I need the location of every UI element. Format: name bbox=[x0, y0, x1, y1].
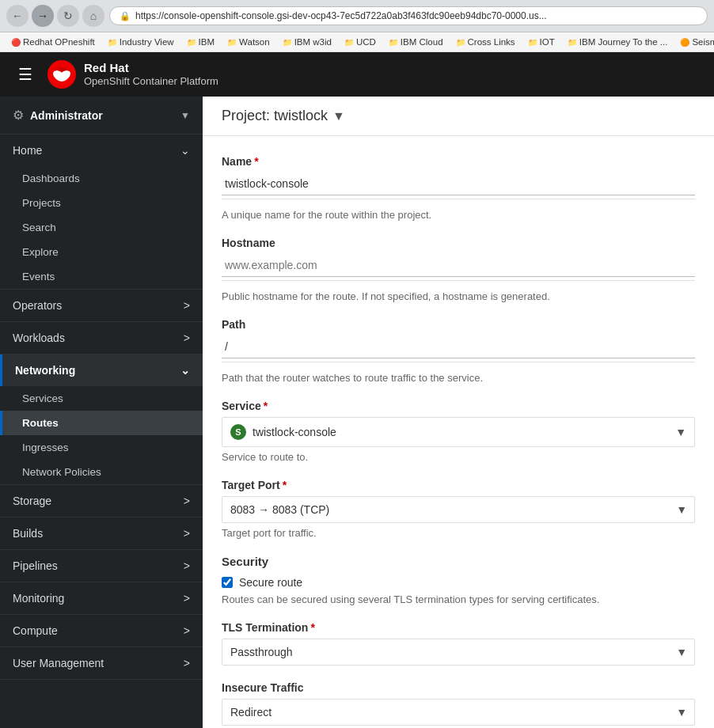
form-group-insecure: Insecure Traffic Redirect Allow None ▼ P… bbox=[222, 681, 695, 728]
tls-required-star: * bbox=[310, 621, 314, 634]
nav-section-networking: Networking ⌄ Services Routes Ingresses N… bbox=[0, 355, 203, 485]
bookmark-watson[interactable]: 📁 Watson bbox=[222, 36, 275, 48]
bookmark-label-redhat: Redhat OPneshift bbox=[23, 37, 95, 47]
sidebar-item-events[interactable]: Events bbox=[0, 264, 203, 289]
content-area: Project: twistlock ▼ Name * A unique nam… bbox=[203, 97, 714, 728]
bookmark-ucd[interactable]: 📁 UCD bbox=[340, 36, 381, 48]
bookmark-icon-iot: 📁 bbox=[528, 38, 537, 47]
brand-text: Red Hat OpenShift Container Platform bbox=[84, 61, 218, 88]
sidebar-item-dashboards[interactable]: Dashboards bbox=[0, 166, 203, 191]
nav-section-usermgmt: User Management > bbox=[0, 647, 203, 680]
insecure-select[interactable]: Redirect Allow None bbox=[222, 699, 695, 726]
sidebar-item-projects[interactable]: Projects bbox=[0, 191, 203, 215]
service-select[interactable]: S twistlock-console ▼ bbox=[222, 417, 695, 447]
target-port-required-star: * bbox=[283, 479, 287, 491]
nav-usermgmt-chevron-icon: > bbox=[184, 657, 190, 669]
nav-group-compute[interactable]: Compute > bbox=[0, 615, 203, 646]
brand-logo: Red Hat OpenShift Container Platform bbox=[47, 60, 218, 89]
nav-section-pipelines: Pipelines > bbox=[0, 550, 203, 582]
bookmark-icon-w3id: 📁 bbox=[283, 38, 292, 47]
bookmark-label-crosslinks: Cross Links bbox=[468, 37, 515, 47]
nav-operators-label: Operators bbox=[13, 299, 62, 312]
nav-group-usermgmt[interactable]: User Management > bbox=[0, 647, 203, 679]
sidebar-item-ingresses[interactable]: Ingresses bbox=[0, 435, 203, 460]
bookmark-label-industry: Industry View bbox=[120, 37, 174, 47]
brand-redhat-label: Red Hat bbox=[84, 61, 218, 75]
sidebar-item-services[interactable]: Services bbox=[0, 386, 203, 411]
sidebar-item-network-policies[interactable]: Network Policies bbox=[0, 460, 203, 484]
hamburger-button[interactable]: ☰ bbox=[13, 62, 38, 87]
security-label: Security bbox=[222, 555, 695, 568]
nav-section-compute: Compute > bbox=[0, 615, 203, 647]
bookmark-icon-seismic: 🟠 bbox=[680, 38, 689, 47]
bookmark-seismic[interactable]: 🟠 Seismic bbox=[675, 36, 714, 48]
sidebar-item-explore[interactable]: Explore bbox=[0, 240, 203, 264]
forward-button[interactable]: → bbox=[32, 5, 54, 27]
nav-group-networking[interactable]: Networking ⌄ bbox=[0, 355, 203, 386]
secure-route-wrapper: Secure route bbox=[222, 576, 695, 589]
browser-chrome: ← → ↻ ⌂ 🔒 https://console-openshift-cons… bbox=[0, 0, 714, 32]
bookmark-icon-ibmcloud: 📁 bbox=[389, 38, 398, 47]
name-required-star: * bbox=[254, 155, 258, 168]
nav-networking-label: Networking bbox=[15, 364, 75, 377]
admin-selector-left: ⚙ Administrator bbox=[13, 108, 103, 123]
app: ☰ Red Hat OpenShift Container Platform ⚙… bbox=[0, 52, 714, 728]
hostname-label: Hostname bbox=[222, 237, 695, 249]
back-button[interactable]: ← bbox=[6, 5, 28, 27]
nav-group-workloads[interactable]: Workloads > bbox=[0, 322, 203, 354]
security-section: Security Secure route Routes can be secu… bbox=[222, 555, 695, 605]
nav-workloads-label: Workloads bbox=[13, 332, 65, 344]
nav-group-storage[interactable]: Storage > bbox=[0, 485, 203, 517]
bookmark-iot[interactable]: 📁 IOT bbox=[523, 36, 560, 48]
service-help: Service to route to. bbox=[222, 451, 695, 463]
nav-group-operators[interactable]: Operators > bbox=[0, 290, 203, 321]
reload-button[interactable]: ↻ bbox=[57, 5, 79, 27]
nav-group-monitoring[interactable]: Monitoring > bbox=[0, 582, 203, 614]
target-port-select[interactable]: 8083 → 8083 (TCP) bbox=[222, 496, 695, 523]
bookmark-label-seismic: Seismic bbox=[692, 37, 714, 47]
service-select-arrow-icon: ▼ bbox=[675, 426, 686, 438]
bookmark-icon-ibmjourney: 📁 bbox=[568, 38, 577, 47]
nav-section-monitoring: Monitoring > bbox=[0, 582, 203, 615]
name-help: A unique name for the route within the p… bbox=[222, 209, 695, 221]
service-required-star: * bbox=[264, 400, 268, 412]
secure-route-checkbox[interactable] bbox=[222, 577, 233, 588]
tls-select[interactable]: Passthrough Edge Re-encrypt bbox=[222, 639, 695, 665]
nav-networking-chevron-icon: ⌄ bbox=[180, 364, 190, 377]
bookmarks-bar: 🔴 Redhat OPneshift 📁 Industry View 📁 IBM… bbox=[0, 32, 714, 52]
bookmark-ibmcloud[interactable]: 📁 IBM Cloud bbox=[384, 36, 448, 48]
bookmark-icon-ucd: 📁 bbox=[344, 38, 354, 47]
tls-label: TLS Termination * bbox=[222, 621, 695, 634]
bookmark-w3id[interactable]: 📁 IBM w3id bbox=[278, 36, 336, 48]
hostname-input[interactable] bbox=[222, 254, 695, 277]
service-select-text: twistlock-console bbox=[253, 426, 669, 438]
home-button[interactable]: ⌂ bbox=[82, 5, 104, 27]
admin-selector[interactable]: ⚙ Administrator ▼ bbox=[0, 97, 203, 135]
bookmark-crosslinks[interactable]: 📁 Cross Links bbox=[451, 36, 520, 48]
path-input[interactable] bbox=[222, 336, 695, 358]
name-input[interactable] bbox=[222, 173, 695, 195]
nav-storage-label: Storage bbox=[13, 495, 51, 507]
bookmark-redhat[interactable]: 🔴 Redhat OPneshift bbox=[6, 36, 100, 48]
bookmark-ibm[interactable]: 📁 IBM bbox=[182, 36, 219, 48]
bookmark-label-watson: Watson bbox=[239, 37, 270, 47]
nav-workloads-chevron-icon: > bbox=[184, 332, 190, 344]
tls-select-wrapper: Passthrough Edge Re-encrypt ▼ bbox=[222, 639, 695, 665]
target-port-help: Target port for traffic. bbox=[222, 527, 695, 539]
nav-group-pipelines[interactable]: Pipelines > bbox=[0, 550, 203, 582]
bookmark-industry[interactable]: 📁 Industry View bbox=[103, 36, 179, 48]
insecure-label: Insecure Traffic bbox=[222, 681, 695, 694]
nav-section-operators: Operators > bbox=[0, 290, 203, 322]
sidebar-item-routes[interactable]: Routes bbox=[0, 411, 203, 435]
project-dropdown-icon[interactable]: ▼ bbox=[332, 109, 345, 123]
sidebar-item-search[interactable]: Search bbox=[0, 215, 203, 240]
nav-home-chevron-icon: ⌄ bbox=[180, 144, 190, 157]
bookmark-ibmjourney[interactable]: 📁 IBM Journey To the ... bbox=[563, 36, 673, 48]
nav-group-home[interactable]: Home ⌄ bbox=[0, 135, 203, 166]
nav-group-builds[interactable]: Builds > bbox=[0, 518, 203, 549]
bookmark-label-w3id: IBM w3id bbox=[294, 37, 332, 47]
project-header: Project: twistlock ▼ bbox=[203, 97, 714, 136]
secure-route-label[interactable]: Secure route bbox=[239, 576, 302, 589]
address-bar[interactable]: 🔒 https://console-openshift-console.gsi-… bbox=[109, 6, 708, 25]
bookmark-icon-crosslinks: 📁 bbox=[456, 38, 465, 47]
